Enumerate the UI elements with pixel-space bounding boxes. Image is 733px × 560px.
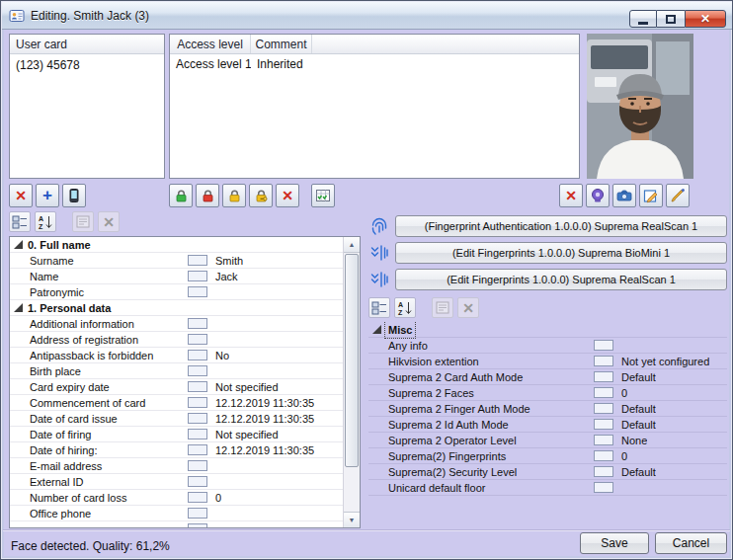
lock-key-button[interactable] [249,184,273,207]
property-editor-box[interactable] [594,356,613,366]
property-pages-button[interactable] [72,211,94,232]
scrollbar-thumb[interactable] [345,254,359,467]
user-card-column-header[interactable]: User card [10,35,164,54]
scroll-up-button[interactable]: ▲ [344,237,360,253]
category-full-name[interactable]: 0. Full name [10,237,343,253]
cancel-button[interactable]: Cancel [655,532,727,554]
property-row[interactable]: Suprema(2) Fingerprints 0 [368,448,727,464]
scroll-down-button[interactable]: ▼ [344,512,360,527]
property-editor-box[interactable] [188,381,207,392]
edit-fingerprints-biomini-button[interactable]: (Edit Fingerprints 1.0.0.0) Suprema BioM… [395,242,727,264]
categorized-view-button[interactable] [368,297,390,318]
property-editor-box[interactable] [188,508,207,519]
property-row-surname[interactable]: Surname Smith [10,253,343,269]
user-card-item[interactable]: (123) 45678 [10,54,164,76]
property-row[interactable]: Commencement of card 12.12.2019 11:30:35 [10,395,343,411]
property-editor-box[interactable] [188,397,207,408]
property-row[interactable]: Birth place [10,363,343,379]
webcam-button[interactable] [586,184,610,207]
lock-red-button[interactable] [196,184,219,207]
property-row[interactable]: Unicard default floor [368,480,727,496]
property-editor-box[interactable] [188,334,207,345]
sort-alphabetical-button[interactable]: A Z [394,297,416,318]
property-row[interactable]: Any info [368,338,727,354]
window-icon [9,8,25,24]
property-row[interactable]: Suprema 2 Card Auth Mode Default [368,369,727,385]
category-label: 0. Full name [28,238,91,252]
categorized-view-button[interactable] [9,211,31,232]
property-row[interactable]: Suprema 2 Operator Level None [368,433,727,448]
remove-access-button[interactable]: ✕ [276,184,299,207]
property-editor-box[interactable] [188,429,207,440]
property-row[interactable]: External ID [10,474,343,490]
access-level-column-header[interactable]: Access level [170,35,251,53]
delete-photo-button[interactable]: ✕ [559,184,583,207]
sort-alphabetical-button[interactable]: A Z [35,211,56,232]
property-row[interactable]: Hikvision extention Not yet configured [368,354,727,369]
property-row[interactable]: Antipassback is forbidden No [10,348,343,363]
property-row[interactable]: Card expiry date Not specified [10,379,343,395]
edit-photo-button[interactable] [639,184,663,207]
property-row[interactable]: Date of card issue 12.12.2019 11:30:35 [10,411,343,427]
category-personal-data[interactable]: 1. Personal data [10,300,343,316]
titlebar[interactable]: Editing. Smith Jack (3) [2,2,733,30]
property-editor-box[interactable] [594,403,613,414]
property-editor-box[interactable] [188,460,207,471]
property-editor-box[interactable] [188,476,207,487]
property-editor-box[interactable] [188,365,207,376]
access-level-row[interactable]: Access level 1 Inherited [170,54,579,73]
property-row[interactable]: Office phone [10,506,343,521]
property-row[interactable]: Date of hiring: 12.12.2019 11:30:35 [10,442,343,458]
property-editor-box[interactable] [188,350,207,360]
property-editor-box[interactable] [594,482,613,493]
property-row[interactable]: Additional information [10,316,343,332]
property-editor-box[interactable] [188,271,207,281]
property-editor-box[interactable] [188,255,207,266]
camera-button[interactable] [612,184,636,207]
property-row[interactable]: Address of registration [10,332,343,348]
read-card-button[interactable] [62,184,86,207]
close-button[interactable]: ✕ [685,10,726,28]
lock-green-button[interactable] [169,184,193,207]
property-row[interactable]: Suprema 2 Faces 0 [368,385,727,401]
property-editor-box[interactable] [594,435,613,445]
delete-card-button[interactable]: ✕ [9,184,33,207]
property-editor-box[interactable] [594,466,613,477]
access-table-button[interactable] [311,184,335,207]
property-editor-box[interactable] [188,444,207,455]
edit-fingerprints-realscan-button[interactable]: (Edit Fingerprints 1.0.0.0) Suprema Real… [395,269,727,290]
property-editor-box[interactable] [594,387,613,398]
property-editor-box[interactable] [188,523,207,527]
paint-photo-button[interactable] [666,184,690,207]
property-editor-box[interactable] [594,340,613,351]
property-row[interactable]: E-mail address [10,458,343,474]
clear-property-button[interactable]: ✕ [98,211,120,232]
category-misc[interactable]: Misc [368,322,727,338]
property-editor-box[interactable] [594,419,613,430]
property-pages-button[interactable] [432,297,453,318]
category-label: 1. Personal data [28,301,111,315]
minimize-button[interactable] [629,10,657,28]
property-row[interactable]: Suprema 2 Finger Auth Mode Default [368,401,727,417]
property-editor-box[interactable] [188,492,207,503]
property-editor-box[interactable] [594,371,613,382]
property-row-patronymic[interactable]: Patronymic [10,284,343,300]
property-editor-box[interactable] [188,413,207,424]
property-row[interactable]: Number of card loss 0 [10,490,343,506]
property-row[interactable]: Suprema(2) Security Level Default [368,464,727,480]
property-row-name[interactable]: Name Jack [10,269,343,284]
save-button[interactable]: Save [580,532,649,554]
vertical-scrollbar[interactable]: ▲ ▼ [343,237,360,527]
fingerprint-auth-button[interactable]: (Fingerprint Authentication 1.0.0.0) Sup… [395,215,727,237]
property-row[interactable]: Suprema 2 Id Auth Mode Default [368,417,727,433]
property-editor-box[interactable] [188,318,207,329]
property-row-clipped[interactable] [10,521,343,527]
add-card-button[interactable]: + [36,184,59,207]
comment-column-header[interactable]: Comment [251,35,312,53]
property-editor-box[interactable] [594,450,613,461]
lock-yellow-button[interactable] [222,184,246,207]
maximize-button[interactable] [657,10,685,28]
property-row[interactable]: Date of firing Not specified [10,427,343,442]
clear-property-button[interactable]: ✕ [457,297,479,318]
property-editor-box[interactable] [188,286,207,297]
